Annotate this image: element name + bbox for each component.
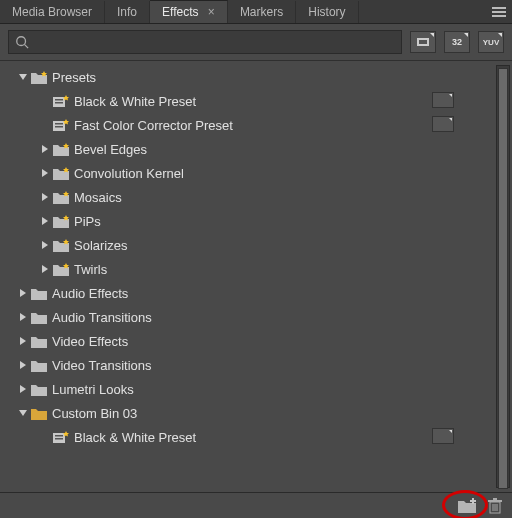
tab-label: Info bbox=[117, 5, 137, 19]
svg-marker-27 bbox=[20, 313, 26, 321]
disclosure-closed-icon bbox=[16, 286, 30, 300]
folder-icon bbox=[52, 239, 70, 252]
tab-label: Media Browser bbox=[12, 5, 92, 19]
panel-footer bbox=[0, 492, 512, 518]
folder-icon bbox=[52, 191, 70, 204]
effects-tree: Presets Black & White Preset Fast Color … bbox=[0, 61, 512, 492]
folder-label: Lumetri Looks bbox=[52, 382, 134, 397]
svg-rect-33 bbox=[55, 435, 63, 437]
folder-bevel-edges[interactable]: Bevel Edges bbox=[0, 137, 512, 161]
folder-icon bbox=[52, 167, 70, 180]
folder-audio-transitions[interactable]: Audio Transitions bbox=[0, 305, 512, 329]
disclosure-closed-icon bbox=[38, 262, 52, 276]
search-input[interactable] bbox=[35, 35, 395, 49]
preset-icon bbox=[52, 95, 70, 108]
folder-label: Solarizes bbox=[74, 238, 127, 253]
disclosure-closed-icon bbox=[16, 382, 30, 396]
preset-item[interactable]: Black & White Preset bbox=[0, 425, 512, 449]
tab-info[interactable]: Info bbox=[105, 1, 150, 23]
folder-icon bbox=[30, 335, 48, 348]
folder-video-transitions[interactable]: Video Transitions bbox=[0, 353, 512, 377]
disclosure-closed-icon bbox=[38, 238, 52, 252]
folder-convolution-kernel[interactable]: Convolution Kernel bbox=[0, 161, 512, 185]
svg-rect-3 bbox=[419, 40, 427, 44]
disclosure-open-icon bbox=[16, 406, 30, 420]
folder-twirls[interactable]: Twirls bbox=[0, 257, 512, 281]
svg-marker-24 bbox=[42, 265, 48, 273]
folder-label: Audio Transitions bbox=[52, 310, 152, 325]
delete-button[interactable] bbox=[488, 498, 502, 514]
svg-marker-14 bbox=[42, 145, 48, 153]
filter-32bit-button[interactable]: 32 bbox=[444, 31, 470, 53]
panel-menu-icon[interactable] bbox=[490, 5, 508, 19]
folder-solarizes[interactable]: Solarizes bbox=[0, 233, 512, 257]
disclosure-closed-icon bbox=[38, 214, 52, 228]
folder-icon bbox=[52, 143, 70, 156]
tab-history[interactable]: History bbox=[296, 1, 358, 23]
tab-effects[interactable]: Effects × bbox=[150, 0, 228, 23]
preset-item[interactable]: Fast Color Corrector Preset bbox=[0, 113, 512, 137]
folder-video-effects[interactable]: Video Effects bbox=[0, 329, 512, 353]
svg-marker-30 bbox=[20, 385, 26, 393]
new-custom-bin-button[interactable] bbox=[458, 498, 478, 514]
disclosure-closed-icon bbox=[38, 190, 52, 204]
close-icon[interactable]: × bbox=[208, 5, 215, 19]
folder-icon bbox=[30, 383, 48, 396]
svg-marker-16 bbox=[42, 169, 48, 177]
preset-label: Black & White Preset bbox=[74, 94, 196, 109]
filter-32bit-label: 32 bbox=[452, 37, 462, 47]
disclosure-closed-icon bbox=[16, 310, 30, 324]
filter-accelerated-button[interactable] bbox=[410, 31, 436, 53]
filter-yuv-button[interactable]: YUV bbox=[478, 31, 504, 53]
scrollbar[interactable] bbox=[496, 65, 510, 488]
svg-rect-12 bbox=[55, 126, 63, 128]
svg-marker-26 bbox=[20, 289, 26, 297]
svg-marker-28 bbox=[20, 337, 26, 345]
folder-custom-bin[interactable]: Custom Bin 03 bbox=[0, 401, 512, 425]
folder-presets[interactable]: Presets bbox=[0, 65, 512, 89]
svg-marker-20 bbox=[42, 217, 48, 225]
folder-label: Custom Bin 03 bbox=[52, 406, 137, 421]
svg-rect-11 bbox=[55, 123, 63, 125]
folder-icon bbox=[30, 287, 48, 300]
svg-rect-34 bbox=[55, 438, 63, 440]
disclosure-closed-icon bbox=[16, 358, 30, 372]
tab-label: History bbox=[308, 5, 345, 19]
folder-label: Video Effects bbox=[52, 334, 128, 349]
folder-custom-icon bbox=[30, 407, 48, 420]
svg-marker-29 bbox=[20, 361, 26, 369]
new-bin-icon bbox=[458, 498, 478, 514]
tab-label: Markers bbox=[240, 5, 283, 19]
folder-audio-effects[interactable]: Audio Effects bbox=[0, 281, 512, 305]
folder-icon bbox=[30, 359, 48, 372]
folder-label: Mosaics bbox=[74, 190, 122, 205]
folder-pips[interactable]: PiPs bbox=[0, 209, 512, 233]
search-box[interactable] bbox=[8, 30, 402, 54]
filter-yuv-label: YUV bbox=[483, 38, 499, 47]
tab-media-browser[interactable]: Media Browser bbox=[0, 1, 105, 23]
preset-icon bbox=[52, 431, 70, 444]
svg-rect-39 bbox=[488, 500, 502, 502]
folder-presets-icon bbox=[30, 71, 48, 84]
accelerated-icon bbox=[416, 36, 430, 48]
disclosure-closed-icon bbox=[38, 166, 52, 180]
preset-label: Fast Color Corrector Preset bbox=[74, 118, 233, 133]
folder-label: Convolution Kernel bbox=[74, 166, 184, 181]
svg-rect-8 bbox=[55, 102, 63, 104]
svg-point-0 bbox=[17, 37, 26, 46]
tab-markers[interactable]: Markers bbox=[228, 1, 296, 23]
disclosure-closed-icon bbox=[16, 334, 30, 348]
svg-rect-7 bbox=[55, 99, 63, 101]
folder-label: Presets bbox=[52, 70, 96, 85]
preset-icon bbox=[52, 119, 70, 132]
scrollbar-thumb[interactable] bbox=[498, 68, 508, 489]
preset-item[interactable]: Black & White Preset bbox=[0, 89, 512, 113]
svg-marker-22 bbox=[42, 241, 48, 249]
accelerated-badge bbox=[432, 428, 454, 447]
folder-lumetri-looks[interactable]: Lumetri Looks bbox=[0, 377, 512, 401]
folder-label: PiPs bbox=[74, 214, 101, 229]
disclosure-open-icon bbox=[16, 70, 30, 84]
folder-mosaics[interactable]: Mosaics bbox=[0, 185, 512, 209]
search-icon bbox=[15, 35, 29, 49]
effects-panel: Media Browser Info Effects × Markers His… bbox=[0, 0, 512, 518]
